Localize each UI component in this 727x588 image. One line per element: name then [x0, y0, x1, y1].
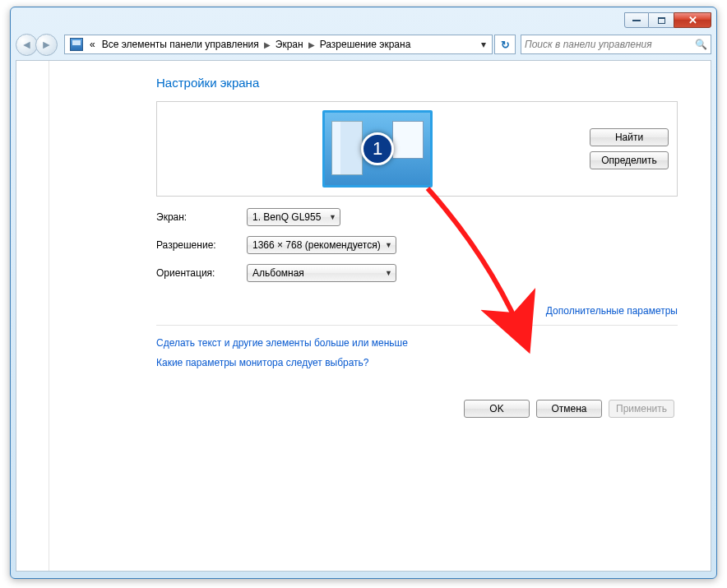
separator [156, 325, 678, 326]
display-thumbnail[interactable]: 1 [322, 110, 433, 188]
navbar: ◄ ► « Все элементы панели управления ▶ Э… [16, 32, 711, 57]
resize-text-link[interactable]: Сделать текст и другие элементы больше и… [156, 337, 678, 349]
window-frame: ✕ ◄ ► « Все элементы панели управления ▶… [10, 7, 717, 579]
resolution-value: 1366 × 768 (рекомендуется) [252, 239, 381, 251]
detect-button[interactable]: Найти [590, 128, 669, 146]
address-bar[interactable]: « Все элементы панели управления ▶ Экран… [64, 35, 493, 54]
identify-button[interactable]: Определить [590, 151, 669, 169]
resolution-combo[interactable]: 1366 × 768 (рекомендуется) ▼ [247, 236, 396, 254]
advanced-settings-row: Дополнительные параметры [156, 305, 678, 317]
breadcrumb-seg-1[interactable]: Все элементы панели управления [99, 39, 262, 50]
chevron-right-icon: ▶ [307, 40, 317, 49]
apply-button[interactable]: Применить [609, 400, 674, 418]
ok-button[interactable]: OK [464, 400, 530, 418]
minimize-button[interactable] [624, 12, 649, 28]
display-value: 1. BenQ GL955 [252, 211, 321, 223]
refresh-button[interactable]: ↻ [494, 35, 516, 54]
display-label: Экран: [156, 211, 247, 223]
address-dropdown[interactable]: ▾ [477, 39, 490, 50]
chevron-down-icon: ▼ [329, 213, 336, 221]
orientation-combo[interactable]: Альбомная ▼ [247, 264, 396, 282]
main-panel: Настройки экрана 1 Найти Определить Экра… [49, 61, 711, 571]
titlebar: ✕ [16, 12, 711, 32]
nav-arrows: ◄ ► [16, 34, 58, 56]
dialog-buttons: OK Отмена Применить [156, 400, 678, 418]
search-icon: 🔍 [695, 39, 707, 50]
settings-form: Экран: 1. BenQ GL955 ▼ Разрешение: 1366 … [156, 208, 678, 282]
chevron-right-icon: ▶ [262, 40, 272, 49]
cancel-button[interactable]: Отмена [536, 400, 602, 418]
close-button[interactable]: ✕ [674, 12, 711, 28]
orientation-value: Альбомная [252, 267, 304, 279]
resolution-label: Разрешение: [156, 239, 247, 251]
breadcrumb-seg-2[interactable]: Экран [272, 39, 307, 50]
display-number-badge: 1 [361, 132, 394, 165]
search-placeholder: Поиск в панели управления [525, 39, 652, 50]
refresh-icon: ↻ [501, 39, 510, 51]
which-monitor-link[interactable]: Какие параметры монитора следует выбрать… [156, 357, 678, 368]
help-links: Сделать текст и другие элементы больше и… [156, 337, 678, 368]
content-area: Настройки экрана 1 Найти Определить Экра… [16, 60, 711, 572]
orientation-label: Ориентация: [156, 267, 247, 279]
left-margin [16, 61, 49, 571]
back-button[interactable]: ◄ [16, 34, 38, 56]
advanced-settings-link[interactable]: Дополнительные параметры [546, 305, 678, 317]
display-combo[interactable]: 1. BenQ GL955 ▼ [247, 208, 340, 226]
chevron-down-icon: ▼ [385, 269, 392, 277]
chevron-down-icon: ▼ [385, 241, 392, 249]
close-icon: ✕ [688, 14, 697, 26]
display-preview-panel: 1 Найти Определить [156, 101, 678, 197]
page-title: Настройки экрана [156, 76, 678, 90]
search-input[interactable]: Поиск в панели управления 🔍 [521, 35, 711, 54]
breadcrumb-root: « [86, 39, 99, 50]
forward-button[interactable]: ► [35, 34, 58, 56]
control-panel-icon [70, 38, 83, 51]
breadcrumb-seg-3[interactable]: Разрешение экрана [317, 39, 414, 50]
maximize-button[interactable] [649, 12, 674, 28]
